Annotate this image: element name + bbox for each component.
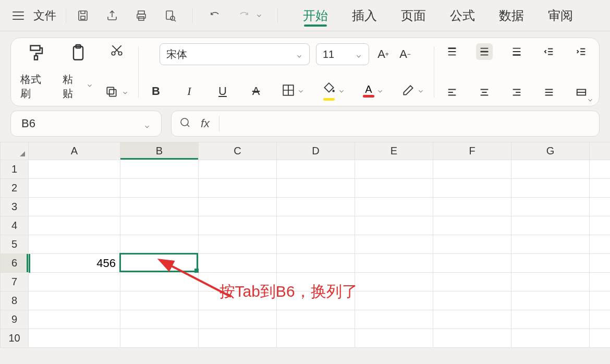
cell[interactable] [120, 329, 199, 348]
col-header[interactable]: C [199, 142, 277, 160]
preview-icon[interactable] [163, 8, 178, 23]
sheet-table[interactable]: A B C D E F G H 12345645678910 [0, 142, 610, 348]
row-header[interactable]: 7 [1, 273, 29, 292]
cell[interactable] [277, 216, 355, 235]
cell[interactable] [355, 216, 433, 235]
select-all-corner[interactable] [1, 142, 29, 160]
row-header[interactable]: 5 [1, 235, 29, 254]
cell[interactable] [199, 310, 277, 329]
menu-icon[interactable] [13, 11, 24, 20]
cell[interactable] [433, 329, 511, 348]
cell[interactable] [355, 179, 433, 198]
cell[interactable]: 456 [29, 254, 120, 273]
row-header[interactable]: 3 [1, 198, 29, 216]
cell[interactable] [199, 254, 277, 273]
cell[interactable] [29, 310, 120, 329]
formula-bar[interactable]: fx [171, 111, 600, 137]
col-header[interactable]: H [590, 142, 611, 160]
eraser-button[interactable] [401, 83, 424, 99]
print-icon[interactable] [134, 8, 149, 23]
row-header[interactable]: 4 [1, 216, 29, 235]
grow-font-button[interactable]: A+ [375, 46, 391, 62]
strikethrough-button[interactable]: A [248, 83, 264, 99]
cell[interactable] [590, 292, 611, 310]
col-header[interactable]: D [277, 142, 355, 160]
cell[interactable] [120, 179, 199, 198]
copy-icon[interactable] [105, 85, 118, 101]
cell[interactable] [511, 198, 590, 216]
cell[interactable] [433, 216, 511, 235]
cell[interactable] [199, 329, 277, 348]
share-icon[interactable] [105, 8, 119, 23]
col-header[interactable]: F [433, 142, 511, 160]
cell[interactable] [511, 179, 590, 198]
redo-icon[interactable] [237, 8, 251, 23]
cell[interactable] [590, 216, 611, 235]
halign-center-button[interactable] [476, 84, 493, 101]
cell[interactable] [277, 235, 355, 254]
cell[interactable] [355, 292, 433, 310]
cell[interactable] [433, 310, 511, 329]
font-size-select[interactable]: 11 [316, 43, 369, 65]
cell[interactable] [433, 179, 511, 198]
cell[interactable] [29, 216, 120, 235]
row-header[interactable]: 10 [1, 329, 29, 348]
fill-color-button[interactable] [322, 81, 345, 101]
valign-top-button[interactable] [444, 43, 460, 60]
chevron-down-icon[interactable] [86, 82, 93, 89]
cut-icon[interactable] [110, 43, 124, 59]
find-icon[interactable] [179, 116, 191, 131]
row-header[interactable]: 1 [1, 160, 29, 179]
cell[interactable] [120, 160, 199, 179]
cell[interactable] [355, 235, 433, 254]
cell[interactable] [199, 160, 277, 179]
cell[interactable] [433, 273, 511, 292]
cell[interactable] [120, 254, 199, 273]
cell[interactable] [590, 329, 611, 348]
font-color-button[interactable]: A [363, 84, 384, 98]
ribbon-collapse-icon[interactable] [587, 96, 594, 104]
undo-icon[interactable] [208, 8, 222, 23]
cell[interactable] [433, 160, 511, 179]
cell[interactable] [120, 198, 199, 216]
cell[interactable] [29, 235, 120, 254]
row-header[interactable]: 2 [1, 179, 29, 198]
cell[interactable] [355, 329, 433, 348]
shrink-font-button[interactable]: A− [397, 46, 413, 62]
cell[interactable] [277, 329, 355, 348]
tab-review[interactable]: 审阅 [548, 0, 573, 31]
chevron-down-icon[interactable] [255, 12, 263, 19]
cell[interactable] [120, 216, 199, 235]
cell[interactable] [277, 160, 355, 179]
cell[interactable] [29, 273, 120, 292]
cell[interactable] [590, 179, 611, 198]
tab-start[interactable]: 开始 [303, 0, 328, 31]
cell[interactable] [120, 292, 199, 310]
cell[interactable] [511, 160, 590, 179]
cell[interactable] [590, 273, 611, 292]
tab-page[interactable]: 页面 [401, 0, 426, 31]
cell[interactable] [355, 310, 433, 329]
cell[interactable] [433, 235, 511, 254]
cell[interactable] [590, 160, 611, 179]
save-icon[interactable] [76, 8, 90, 23]
tab-data[interactable]: 数据 [499, 0, 524, 31]
cell[interactable] [433, 198, 511, 216]
underline-button[interactable]: U [215, 83, 230, 99]
cell[interactable] [277, 179, 355, 198]
tab-formula[interactable]: 公式 [450, 0, 475, 31]
cell[interactable] [199, 235, 277, 254]
col-header[interactable]: G [511, 142, 590, 160]
halign-right-button[interactable] [508, 84, 525, 101]
cell[interactable] [590, 310, 611, 329]
cell[interactable] [511, 254, 590, 273]
cell[interactable] [511, 273, 590, 292]
halign-justify-button[interactable] [541, 84, 557, 101]
cell[interactable] [355, 273, 433, 292]
font-name-select[interactable]: 宋体 [160, 43, 310, 65]
cell[interactable] [433, 292, 511, 310]
increase-indent-button[interactable] [573, 43, 590, 60]
chevron-down-icon[interactable] [121, 89, 129, 96]
cell[interactable] [29, 160, 120, 179]
halign-left-button[interactable] [444, 84, 460, 101]
